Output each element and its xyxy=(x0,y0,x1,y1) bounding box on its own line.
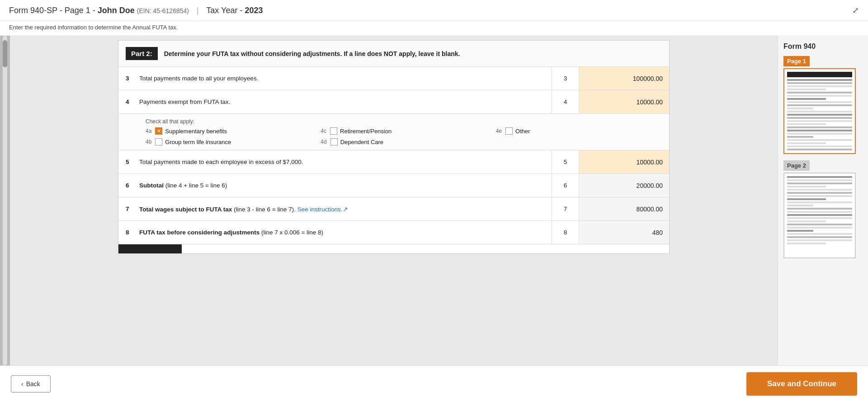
thumb-line-18 xyxy=(787,133,852,135)
p2-thumb-line-21 xyxy=(787,239,852,241)
checkbox-4a-item: 4a ✕ Supplementary benefits xyxy=(146,127,311,135)
p2-thumb-line-16 xyxy=(787,224,852,225)
subtitle: Enter the required information to determ… xyxy=(0,21,868,36)
checkbox-4d-id-label: 4d xyxy=(321,139,326,145)
save-label: Save and Continue xyxy=(767,379,836,388)
page-2-thumb-label: Page 2 xyxy=(783,160,810,171)
part3-bar-indicator xyxy=(118,244,182,253)
thumb-line-7 xyxy=(787,98,826,100)
row-8-label-cell: 8 FUTA tax before considering adjustment… xyxy=(118,221,552,244)
row-5: 5 Total payments made to each employee i… xyxy=(118,150,669,174)
row-3-input[interactable] xyxy=(579,67,669,90)
main-layout: Part 2: Determine your FUTA tax without … xyxy=(0,36,868,365)
thumb-line-21 xyxy=(787,142,826,144)
checkbox-4d-item: 4d Dependent Care xyxy=(321,138,486,145)
p2-thumb-line-10 xyxy=(787,205,813,206)
row-6-num: 6 xyxy=(126,182,133,189)
p2-thumb-line-1 xyxy=(787,176,852,178)
save-continue-button[interactable]: Save and Continue xyxy=(746,372,857,396)
thumb-line-23 xyxy=(787,149,852,150)
thumb-line-6 xyxy=(787,95,852,97)
thumb-line-22 xyxy=(787,145,852,147)
checkbox-4e[interactable] xyxy=(505,127,513,135)
row-7: 7 Total wages subject to FUTA tax (line … xyxy=(118,197,669,221)
row-3-linenum: 3 xyxy=(552,67,579,90)
back-label: Back xyxy=(26,380,40,388)
form-area: Part 2: Determine your FUTA tax without … xyxy=(10,36,778,365)
thumb-line-3 xyxy=(787,85,852,87)
row-6-input xyxy=(579,174,669,197)
page-2-thumb[interactable]: Page 2 xyxy=(783,160,863,258)
checkbox-4a[interactable]: ✕ xyxy=(155,127,162,135)
left-scrollbar[interactable] xyxy=(0,36,10,365)
page-2-thumb-img xyxy=(783,173,856,258)
row-7-label-cell: 7 Total wages subject to FUTA tax (line … xyxy=(118,197,552,220)
row-5-linenum: 5 xyxy=(552,150,579,173)
thumb-line-5 xyxy=(787,92,852,93)
thumb-line-9 xyxy=(787,104,852,106)
tax-year-value: 2023 xyxy=(245,6,263,15)
row-6-linenum: 6 xyxy=(552,174,579,197)
row-5-text: Total payments made to each employee in … xyxy=(139,159,303,165)
checkbox-4b[interactable] xyxy=(155,138,162,145)
row-3-label-cell: 3 Total payments made to all your employ… xyxy=(118,67,552,90)
back-button[interactable]: ‹ Back xyxy=(11,375,51,393)
checkbox-4d[interactable] xyxy=(330,138,338,145)
thumb-line-20 xyxy=(787,139,852,141)
row-4-input[interactable] xyxy=(579,90,669,113)
form-title-text: Form 940-SP - Page 1 - xyxy=(9,6,98,15)
checkbox-4c[interactable] xyxy=(330,127,337,135)
row-6: 6 Subtotal (line 4 + line 5 = line 6) 6 xyxy=(118,174,669,197)
checkbox-4b-label: Group term life insurance xyxy=(165,139,231,145)
thumb-line-16 xyxy=(787,126,852,128)
header-title: Form 940-SP - Page 1 - John Doe (EIN: 45… xyxy=(9,6,263,15)
page-1-thumb[interactable]: Page 1 xyxy=(783,56,863,154)
thumb-line-10 xyxy=(787,108,813,109)
header: Form 940-SP - Page 1 - John Doe (EIN: 45… xyxy=(0,0,868,21)
ein-text: (EIN: 45-6126854) xyxy=(137,7,189,14)
p2-thumb-line-5 xyxy=(787,189,852,191)
row-5-input[interactable] xyxy=(579,150,669,173)
thumb-line-4 xyxy=(787,89,826,90)
row-3-text: Total payments made to all your employee… xyxy=(139,75,258,82)
p2-thumb-line-9 xyxy=(787,201,852,203)
thumb-line-11 xyxy=(787,111,852,112)
checkbox-4b-id-label: 4b xyxy=(146,139,151,145)
row-7-num: 7 xyxy=(126,206,133,212)
expand-icon[interactable]: ⤢ xyxy=(852,5,859,15)
p2-thumb-line-7 xyxy=(787,195,852,197)
checkbox-4c-label: Retirement/Pension xyxy=(340,128,392,135)
form-container: Part 2: Determine your FUTA tax without … xyxy=(118,40,670,254)
row-5-num: 5 xyxy=(126,159,133,165)
checkbox-4c-item: 4c Retirement/Pension xyxy=(321,127,486,135)
row-3-input-cell[interactable] xyxy=(579,67,669,90)
checkbox-4a-id-label: 4a xyxy=(146,128,151,134)
checkbox-4b-item: 4b Group term life insurance xyxy=(146,138,311,145)
thumb-line-1 xyxy=(787,79,852,81)
row-6-text: Subtotal (line 4 + line 5 = line 6) xyxy=(139,182,227,189)
check-all-label: Check all that apply: xyxy=(146,118,662,125)
sidebar-title: Form 940 xyxy=(783,42,863,51)
p2-thumb-line-17 xyxy=(787,227,852,229)
right-sidebar: Form 940 Page 1 xyxy=(778,36,868,365)
row-4-input-cell[interactable] xyxy=(579,90,669,113)
p2-thumb-line-12 xyxy=(787,211,852,213)
header-divider: | xyxy=(197,6,199,15)
p2-thumb-line-20 xyxy=(787,236,852,238)
checkbox-grid: 4a ✕ Supplementary benefits 4c Retiremen… xyxy=(146,127,662,145)
checkbox-4e-item: 4e Other xyxy=(496,127,662,135)
row-6-input-cell xyxy=(579,174,669,197)
row-4-label-cell: 4 Payments exempt from FUTA tax. xyxy=(118,90,552,113)
thumb-line-14 xyxy=(787,120,852,122)
p2-thumb-line-19 xyxy=(787,233,852,235)
p2-thumb-line-22 xyxy=(787,243,826,244)
row-4-text: Payments exempt from FUTA tax. xyxy=(139,98,231,105)
checkbox-4c-id-label: 4c xyxy=(321,128,326,134)
checkbox-4e-label: Other xyxy=(515,128,530,135)
p2-thumb-line-2 xyxy=(787,179,852,181)
row-3-num: 3 xyxy=(126,75,133,82)
scrollbar-track xyxy=(3,36,7,365)
see-instructions-link[interactable]: See instructions.↗ xyxy=(297,206,348,213)
row-5-input-cell[interactable] xyxy=(579,150,669,173)
thumb-line-15 xyxy=(787,123,826,125)
